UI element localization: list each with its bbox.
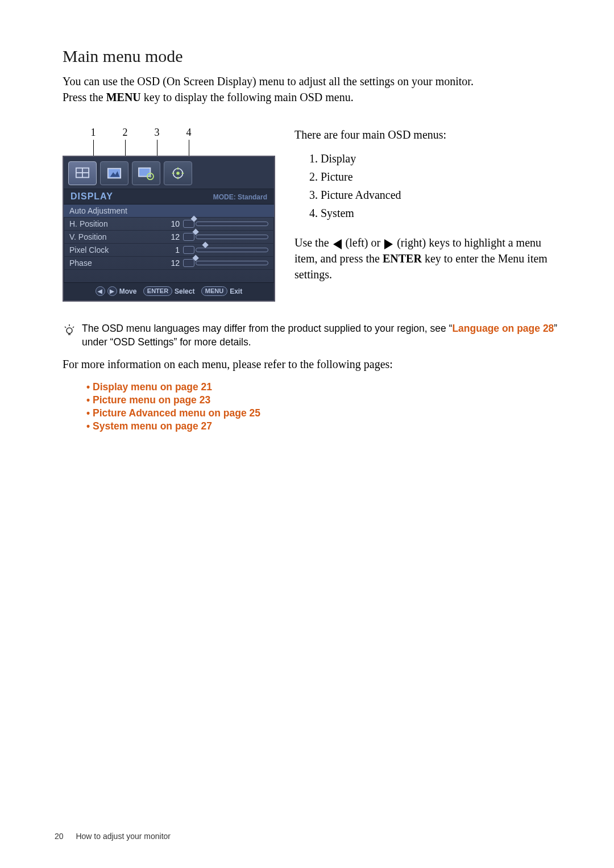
intro-line2b: key to display the following main OSD me…: [141, 91, 354, 103]
callout-3: 3: [155, 127, 160, 139]
osd-tab-row: +: [64, 157, 274, 189]
system-icon: [169, 166, 186, 181]
right-arrow-icon: ▶: [107, 286, 117, 296]
link-picture-adv-menu[interactable]: Picture Advanced menu on page 25: [93, 407, 260, 419]
list-item: Picture: [321, 169, 560, 185]
osd-slider[interactable]: [183, 259, 268, 267]
display-icon: [74, 166, 91, 181]
callout-4: 4: [186, 127, 192, 139]
page-ref-list: • Display menu on page 21 • Picture menu…: [63, 381, 560, 432]
osd-row-label: Auto Adjustment: [69, 206, 127, 215]
link-system-menu[interactable]: System menu on page 27: [93, 420, 212, 432]
osd-footer-enter-pill: ENTER: [143, 286, 172, 296]
lightbulb-icon: [63, 323, 76, 341]
osd-tab-system[interactable]: [164, 161, 192, 185]
picture-icon: [106, 166, 123, 181]
list-item: System: [321, 205, 560, 221]
callout-1: 1: [91, 127, 96, 139]
osd-row-label: Phase: [69, 258, 156, 268]
tab-callouts: 1 2 3 4: [63, 127, 277, 156]
osd-row-value: 1: [159, 245, 180, 254]
right-instruction: Use the (left) or (right) keys to high­l…: [294, 235, 560, 282]
txt: (left) or: [343, 236, 384, 249]
footer-section-title: How to adjust your monitor: [76, 832, 171, 841]
osd-tab-display[interactable]: [68, 161, 97, 185]
svg-point-9: [176, 172, 180, 175]
osd-footer-select: Select: [175, 287, 194, 295]
osd-header: DISPLAY MODE: Standard: [64, 189, 274, 205]
osd-row-label: V. Position: [69, 232, 156, 241]
osd-menu-list: Display Picture Picture Advanced System: [294, 151, 560, 221]
osd-row-v-position[interactable]: V. Position 12: [64, 231, 274, 244]
menu-key-name: MENU: [106, 91, 141, 103]
intro-paragraph: You can use the OSD (On Screen Display) …: [63, 74, 560, 105]
osd-slider[interactable]: [183, 220, 268, 228]
osd-row-h-position[interactable]: H. Position 10: [64, 218, 274, 231]
osd-row-label: Pixel Clock: [69, 245, 156, 254]
osd-row-value: 10: [159, 219, 180, 228]
left-triangle-icon: [333, 239, 342, 249]
page-footer: 20 How to adjust your monitor: [55, 832, 171, 841]
left-arrow-icon: ◀: [96, 286, 105, 296]
osd-tab-picture[interactable]: [100, 161, 128, 185]
osd-row-value: 12: [159, 258, 180, 268]
osd-row-pixel-clock[interactable]: Pixel Clock 1: [64, 244, 274, 257]
right-triangle-icon: [384, 239, 393, 249]
osd-header-title: DISPLAY: [70, 191, 113, 202]
aftertip-paragraph: For more information on each menu, pleas…: [63, 358, 560, 371]
osd-tab-picture-adv[interactable]: +: [132, 161, 160, 185]
svg-point-14: [67, 328, 72, 333]
osd-row-auto-adjustment[interactable]: Auto Adjustment: [64, 205, 274, 218]
osd-row-label: H. Position: [69, 219, 156, 228]
svg-line-17: [73, 327, 74, 328]
page-number: 20: [55, 832, 64, 841]
txt: Use the: [294, 236, 332, 249]
osd-rows: Auto Adjustment H. Position 10 V. Positi…: [64, 205, 274, 282]
callout-2: 2: [123, 127, 128, 139]
list-item: Picture Advanced: [321, 187, 560, 203]
section-heading: Main menu mode: [63, 47, 560, 66]
svg-line-16: [65, 327, 66, 328]
osd-slider[interactable]: [183, 233, 268, 241]
picture-adv-icon: +: [138, 166, 155, 181]
tip-note: The OSD menu languages may differ from t…: [63, 322, 560, 349]
osd-row-phase[interactable]: Phase 12: [64, 257, 274, 270]
tip-link-language[interactable]: Language on page 28: [452, 323, 554, 334]
list-item: Display: [321, 151, 560, 166]
link-display-menu[interactable]: Display menu on page 21: [93, 381, 212, 393]
enter-key-name: ENTER: [383, 252, 422, 265]
osd-header-mode: MODE: Standard: [213, 193, 267, 201]
link-picture-menu[interactable]: Picture menu on page 23: [93, 394, 210, 406]
svg-text:+: +: [149, 174, 152, 180]
osd-footer: ◀ ▶ Move ENTER Select MENU Exit: [64, 282, 274, 301]
osd-footer-move: Move: [119, 287, 137, 295]
intro-line2a: Press the: [63, 91, 106, 103]
right-lead: There are four main OSD menus:: [294, 127, 560, 143]
osd-footer-menu-pill: MENU: [201, 286, 227, 296]
osd-footer-exit: Exit: [230, 287, 242, 295]
intro-line1: You can use the OSD (On Screen Display) …: [63, 75, 474, 87]
osd-screenshot: + DISPLAY MODE: Standard Auto Adjustment: [63, 156, 275, 302]
osd-row-value: 12: [159, 232, 180, 241]
tip-text-a: The OSD menu languages may differ from t…: [82, 323, 452, 334]
osd-slider[interactable]: [183, 246, 268, 254]
